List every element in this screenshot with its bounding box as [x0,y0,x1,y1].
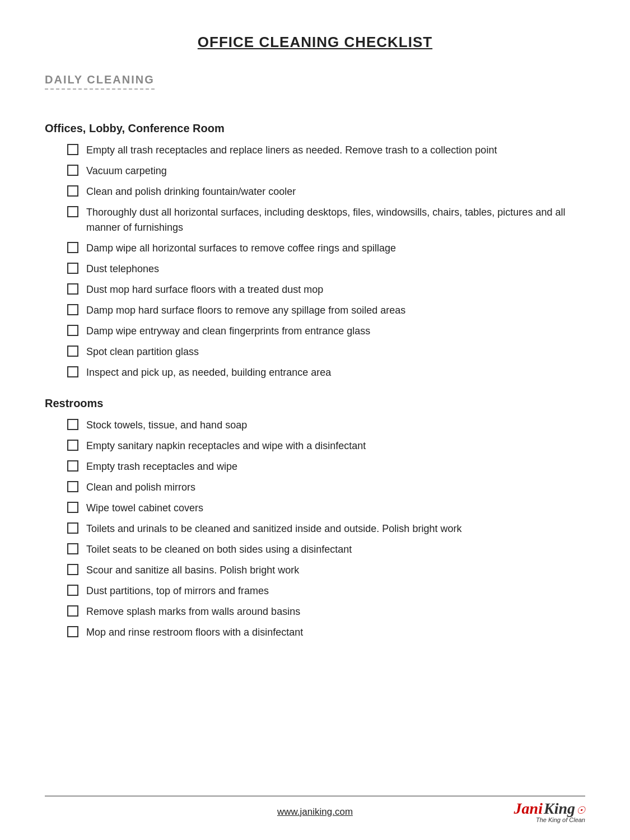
item-text: Stock towels, tissue, and hand soap [86,418,585,433]
checkbox-icon[interactable] [67,185,78,197]
checkbox-icon[interactable] [67,165,78,176]
logo-tagline: The King of Clean [536,816,585,823]
restrooms-list-item: Mop and rinse restroom floors with a dis… [67,625,585,640]
item-text: Spot clean partition glass [86,344,585,360]
item-text: Damp wipe entryway and clean fingerprint… [86,324,585,339]
item-text: Inspect and pick up, as needed, building… [86,365,585,380]
restrooms-list-item: Clean and polish mirrors [67,480,585,495]
item-text: Clean and polish drinking fountain/water… [86,184,585,199]
checkbox-icon[interactable] [67,460,78,472]
checkbox-icon[interactable] [67,522,78,534]
restrooms-list-item: Remove splash marks from walls around ba… [67,604,585,619]
checkbox-icon[interactable] [67,283,78,295]
offices-list-item: Dust telephones [67,262,585,277]
restrooms-list-item: Scour and sanitize all basins. Polish br… [67,563,585,578]
restrooms-list-item: Toilet seats to be cleaned on both sides… [67,542,585,557]
item-text: Damp mop hard surface floors to remove a… [86,303,585,318]
offices-list-item: Empty all trash receptacles and replace … [67,143,585,158]
footer-content: www.janiking.com Jani King ☉ The King of… [45,806,585,818]
daily-cleaning-heading: DAILY CLEANING [45,73,155,90]
checkbox-icon[interactable] [67,144,78,155]
checkbox-icon[interactable] [67,481,78,492]
footer-divider [45,796,585,796]
checkbox-icon[interactable] [67,502,78,513]
item-text: Empty sanitary napkin receptacles and wi… [86,438,585,454]
page-title: OFFICE CLEANING CHECKLIST [45,34,585,51]
item-text: Remove splash marks from walls around ba… [86,604,585,619]
checkbox-icon[interactable] [67,564,78,575]
offices-list-item: Damp mop hard surface floors to remove a… [67,303,585,318]
item-text: Dust telephones [86,262,585,277]
restrooms-list-item: Wipe towel cabinet covers [67,501,585,516]
checkbox-icon[interactable] [67,325,78,336]
logo-main: Jani [514,801,543,816]
restrooms-list-item: Empty trash receptacles and wipe [67,459,585,474]
item-text: Scour and sanitize all basins. Polish br… [86,563,585,578]
logo-crown-icon: ☉ [576,804,585,816]
restrooms-list-item: Toilets and urinals to be cleaned and sa… [67,521,585,536]
item-text: Damp wipe all horizontal surfaces to rem… [86,241,585,256]
checkbox-icon[interactable] [67,440,78,451]
item-text: Clean and polish mirrors [86,480,585,495]
item-text: Empty all trash receptacles and replace … [86,143,585,158]
offices-subsection-heading: Offices, Lobby, Conference Room [45,122,585,135]
item-text: Mop and rinse restroom floors with a dis… [86,625,585,640]
restrooms-list-item: Stock towels, tissue, and hand soap [67,418,585,433]
checkbox-icon[interactable] [67,242,78,253]
restrooms-list-item: Empty sanitary napkin receptacles and wi… [67,438,585,454]
checkbox-icon[interactable] [67,543,78,554]
footer-url: www.janiking.com [277,806,353,818]
checkbox-icon[interactable] [67,206,78,217]
checkbox-icon[interactable] [67,419,78,430]
restrooms-checklist: Stock towels, tissue, and hand soapEmpty… [45,418,585,640]
checkbox-icon[interactable] [67,304,78,315]
offices-list-item: Vacuum carpeting [67,164,585,179]
offices-list-item: Spot clean partition glass [67,344,585,360]
item-text: Dust mop hard surface floors with a trea… [86,282,585,297]
checkbox-icon[interactable] [67,263,78,274]
checkbox-icon[interactable] [67,366,78,377]
checkbox-icon[interactable] [67,626,78,637]
offices-list-item: Damp wipe entryway and clean fingerprint… [67,324,585,339]
item-text: Dust partitions, top of mirrors and fram… [86,584,585,599]
offices-list-item: Clean and polish drinking fountain/water… [67,184,585,199]
restrooms-list-item: Dust partitions, top of mirrors and fram… [67,584,585,599]
item-text: Toilet seats to be cleaned on both sides… [86,542,585,557]
offices-list-item: Dust mop hard surface floors with a trea… [67,282,585,297]
checkbox-icon[interactable] [67,605,78,617]
offices-list-item: Inspect and pick up, as needed, building… [67,365,585,380]
checkbox-icon[interactable] [67,585,78,596]
footer-logo: Jani King ☉ The King of Clean [514,801,585,823]
checkbox-icon[interactable] [67,346,78,357]
item-text: Wipe towel cabinet covers [86,501,585,516]
item-text: Toilets and urinals to be cleaned and sa… [86,521,585,536]
offices-list-item: Thoroughly dust all horizontal surfaces,… [67,205,585,235]
logo-secondary: King [544,801,575,816]
item-text: Thoroughly dust all horizontal surfaces,… [86,205,585,235]
offices-checklist: Empty all trash receptacles and replace … [45,143,585,380]
offices-list-item: Damp wipe all horizontal surfaces to rem… [67,241,585,256]
item-text: Empty trash receptacles and wipe [86,459,585,474]
restrooms-subsection-heading: Restrooms [45,397,585,410]
footer: www.janiking.com Jani King ☉ The King of… [45,796,585,818]
item-text: Vacuum carpeting [86,164,585,179]
